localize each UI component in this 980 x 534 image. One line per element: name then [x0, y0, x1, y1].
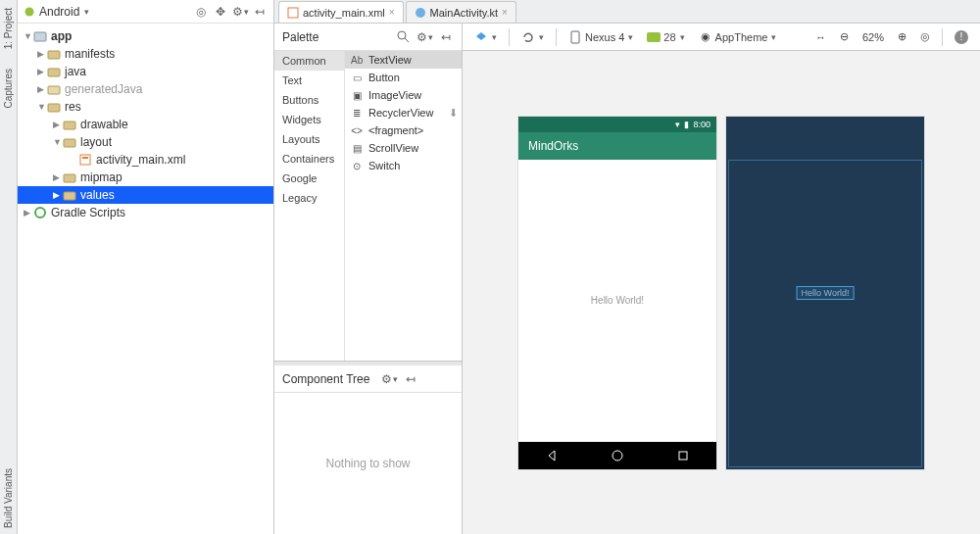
- svg-marker-17: [476, 32, 486, 40]
- editor-tab-main-activity[interactable]: MainActivity.kt ×: [406, 1, 516, 23]
- tree-label: drawable: [80, 118, 128, 131]
- zoom-label: 62%: [858, 29, 888, 45]
- svg-rect-11: [64, 192, 75, 200]
- device-label: Nexus 4: [585, 31, 624, 43]
- palette-category-common[interactable]: Common: [274, 51, 344, 71]
- tree-node-mipmap[interactable]: ▶ mipmap: [18, 169, 273, 186]
- palette-category-text[interactable]: Text: [274, 71, 344, 90]
- blueprint-hello-text[interactable]: Hello World!: [797, 286, 855, 300]
- tree-label: values: [80, 188, 115, 202]
- app-title: MindOrks: [528, 139, 578, 153]
- warnings-button[interactable]: !: [951, 28, 972, 46]
- textview-icon: Ab: [351, 55, 363, 66]
- layout-file-icon: [287, 7, 299, 19]
- hide-panel-icon[interactable]: ↤: [252, 4, 268, 20]
- component-tree-header: Component Tree ⚙▾ ↤: [274, 365, 462, 393]
- hide-panel-icon[interactable]: ↤: [403, 371, 418, 387]
- tree-node-generated-java[interactable]: ▶ generatedJava: [18, 80, 273, 98]
- palette-item-imageview[interactable]: ▣ImageView: [345, 86, 462, 104]
- tree-node-manifests[interactable]: ▶ manifests: [18, 45, 273, 63]
- tree-label: activity_main.xml: [96, 153, 185, 167]
- palette-item-button[interactable]: ▭Button: [345, 69, 462, 86]
- project-tree[interactable]: ▼ app ▶ manifests ▶ java ▶ generatedJava…: [18, 24, 273, 534]
- tree-node-layout[interactable]: ▼ layout: [18, 133, 273, 151]
- tree-node-res[interactable]: ▼ res: [18, 98, 273, 116]
- gear-icon[interactable]: ⚙▾: [381, 371, 397, 387]
- gear-icon[interactable]: ⚙▾: [416, 29, 432, 45]
- close-icon[interactable]: ×: [502, 7, 508, 18]
- recyclerview-icon: ≣: [351, 108, 363, 119]
- folder-icon: [47, 83, 61, 95]
- tree-node-java[interactable]: ▶ java: [18, 63, 273, 80]
- palette-item-fragment[interactable]: <><fragment>: [345, 121, 462, 139]
- side-tab-project[interactable]: 1: Project: [1, 2, 16, 55]
- palette-category-legacy[interactable]: Legacy: [274, 188, 344, 208]
- device-preview[interactable]: ▾ ▮ 8:00 MindOrks Hello World!: [518, 117, 716, 469]
- target-icon[interactable]: ◎: [193, 4, 209, 20]
- tree-label: generatedJava: [65, 82, 142, 96]
- palette-category-containers[interactable]: Containers: [274, 149, 344, 169]
- pan-button[interactable]: ↔: [811, 29, 830, 45]
- design-canvas[interactable]: ▾ ▮ 8:00 MindOrks Hello World!: [463, 51, 980, 534]
- palette-category-widgets[interactable]: Widgets: [274, 110, 344, 129]
- hide-panel-icon[interactable]: ↤: [438, 29, 454, 45]
- download-icon[interactable]: ⬇: [449, 107, 458, 120]
- preview-body: Hello World!: [518, 160, 716, 442]
- project-view-mode[interactable]: Android: [39, 5, 79, 19]
- component-tree-panel: Component Tree ⚙▾ ↤ Nothing to show: [274, 362, 462, 534]
- layout-file-icon: [78, 154, 92, 166]
- svg-rect-7: [64, 139, 75, 147]
- palette-item-label: ScrollView: [368, 142, 418, 154]
- imageview-icon: ▣: [351, 90, 363, 101]
- svg-line-16: [405, 38, 409, 42]
- orientation-button[interactable]: ▾: [517, 28, 548, 46]
- theme-label: AppTheme: [715, 31, 768, 43]
- theme-selector[interactable]: ◉ AppTheme▾: [695, 28, 781, 46]
- palette-category-buttons[interactable]: Buttons: [274, 90, 344, 110]
- button-icon: ▭: [351, 73, 363, 83]
- api-selector[interactable]: 28▾: [643, 28, 688, 46]
- folder-icon: [63, 119, 76, 130]
- status-time: 8:00: [693, 120, 710, 129]
- svg-rect-13: [288, 8, 298, 18]
- palette-category-google[interactable]: Google: [274, 169, 344, 188]
- chevron-down-icon[interactable]: ▾: [84, 7, 89, 17]
- side-tab-build-variants[interactable]: Build Variants: [1, 462, 16, 534]
- editor-tab-activity-main[interactable]: activity_main.xml ×: [278, 1, 404, 23]
- zoom-fit-button[interactable]: ◎: [916, 28, 934, 45]
- device-selector[interactable]: Nexus 4▾: [564, 28, 637, 46]
- gear-icon[interactable]: ⚙▾: [232, 4, 248, 20]
- tree-node-drawable[interactable]: ▶ drawable: [18, 116, 273, 133]
- close-icon[interactable]: ×: [389, 7, 395, 18]
- palette-category-layouts[interactable]: Layouts: [274, 129, 344, 149]
- tree-node-gradle-scripts[interactable]: ▶ Gradle Scripts: [18, 204, 273, 221]
- palette-categories: Common Text Buttons Widgets Layouts Cont…: [274, 51, 345, 361]
- component-tree-empty: Nothing to show: [274, 393, 462, 534]
- collapse-icon[interactable]: ✥: [213, 4, 228, 20]
- folder-icon: [63, 136, 76, 148]
- svg-rect-18: [571, 31, 579, 43]
- search-icon[interactable]: [395, 29, 411, 45]
- palette-item-switch[interactable]: ⊙Switch: [345, 157, 462, 174]
- tree-node-app[interactable]: ▼ app: [18, 27, 273, 45]
- zoom-in-button[interactable]: ⊕: [894, 28, 910, 45]
- zoom-out-button[interactable]: ⊖: [836, 28, 853, 45]
- svg-rect-6: [64, 121, 75, 129]
- side-tab-captures[interactable]: Captures: [1, 63, 16, 115]
- tree-node-activity-main-xml[interactable]: activity_main.xml: [18, 151, 273, 169]
- palette-column: Palette ⚙▾ ↤ Common Text Buttons Widgets…: [274, 24, 463, 534]
- svg-rect-5: [48, 104, 60, 112]
- tree-label: Gradle Scripts: [51, 206, 125, 219]
- palette-item-scrollview[interactable]: ▤ScrollView: [345, 139, 462, 157]
- preview-app-bar: MindOrks: [518, 132, 716, 160]
- design-mode-button[interactable]: ▾: [470, 28, 501, 46]
- blueprint-preview[interactable]: Hello World!: [726, 117, 924, 469]
- tree-label: manifests: [65, 47, 115, 61]
- palette-item-recyclerview[interactable]: ≣RecyclerView⬇: [345, 104, 462, 121]
- palette-panel: Palette ⚙▾ ↤ Common Text Buttons Widgets…: [274, 24, 462, 362]
- tree-node-values[interactable]: ▶ values: [18, 186, 273, 204]
- palette-title: Palette: [282, 30, 318, 44]
- palette-item-label: <fragment>: [368, 124, 423, 136]
- tree-label: app: [51, 29, 72, 43]
- palette-item-textview[interactable]: AbTextView: [345, 51, 462, 69]
